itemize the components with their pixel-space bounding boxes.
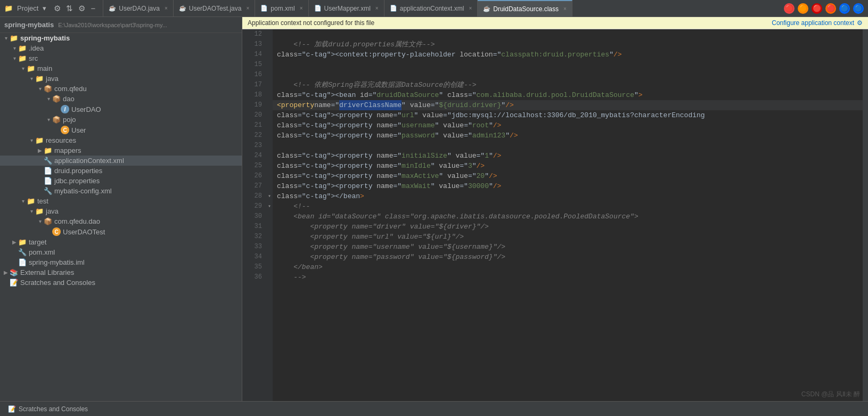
tab-close-button[interactable]: × (300, 5, 303, 11)
tree-item-com.qfedu.dao[interactable]: ▾📦com.qfedu.dao (0, 216, 242, 226)
tree-item-mappers[interactable]: ▶📁mappers (0, 145, 242, 156)
code-line: <bean id="dataSource" class="org.apache.… (273, 211, 863, 222)
tree-item-label: mybatis-config.xml (54, 187, 112, 195)
file-type-icon: 📄 (18, 258, 27, 266)
tab-druiddatasource-class[interactable]: ☕DruidDataSource.class× (478, 0, 572, 17)
tree-arrow: ▾ (2, 35, 10, 41)
tab-pom-xml[interactable]: 📄pom.xml× (255, 0, 308, 17)
tree-item-java[interactable]: ▾📁java (0, 206, 242, 216)
tab-file-icon: ☕ (179, 5, 186, 12)
tab-usermapper-xml[interactable]: 📄UserMapper.xml× (309, 0, 384, 17)
tab-close-button[interactable]: × (165, 5, 168, 11)
tree-item-main[interactable]: ▾📁main (0, 63, 242, 74)
tab-close-button[interactable]: × (375, 5, 379, 11)
line-number: 23 (242, 141, 262, 151)
line-number: 13 (242, 39, 262, 50)
settings-icon[interactable]: ⚙ (54, 4, 61, 13)
file-type-icon: 📁 (18, 238, 27, 246)
code-editor[interactable]: 1213141516171819202122232425262728293031… (242, 29, 868, 401)
browser-icons-bar: 🔴 🟠 🔴 🔴 🔵 🔵 (780, 0, 868, 17)
tree-item-userdaotest[interactable]: CUserDAOTest (0, 226, 242, 237)
code-line (273, 29, 863, 39)
project-header[interactable]: 📁 Project ▾ ⚙ ⇅ ⚙ − (0, 0, 103, 17)
tabs-container: ☕UserDAO.java×☕UserDAOTest.java×📄pom.xml… (103, 0, 780, 17)
scrollbar-minimap[interactable] (863, 29, 868, 401)
scratches-and-consoles[interactable]: 📝 Scratches and Consoles (5, 405, 91, 413)
tree-item-user[interactable]: CUser (0, 125, 242, 135)
line-number: 33 (242, 242, 262, 252)
edge-icon[interactable]: 🔵 (839, 3, 850, 14)
tab-appcontext-xml[interactable]: 📄applicationContext.xml× (384, 0, 478, 17)
tree-item-applicationcontext.xml[interactable]: 🔧applicationContext.xml (0, 156, 242, 166)
sidebar: spring-mybatis E:\Java2010\workspace\par… (0, 17, 242, 401)
tree-item-spring-mybatis[interactable]: ▾📁spring-mybatis (0, 33, 242, 43)
tree-item-label: pom.xml (29, 248, 55, 256)
code-line: class="c-tag"><property name="url" value… (273, 110, 863, 120)
ie-icon[interactable]: 🔵 (853, 3, 864, 14)
tree-item-label: target (29, 238, 46, 246)
file-type-icon: 📄 (44, 167, 52, 175)
opera2-icon[interactable]: 🔴 (825, 3, 836, 14)
tree-arrow: ▾ (45, 117, 52, 123)
opera-icon[interactable]: 🔴 (812, 3, 822, 14)
tree-item-external-libraries[interactable]: ▶📚External Libraries (0, 267, 242, 278)
tree-item-dao[interactable]: ▾📦dao (0, 94, 242, 104)
fold-marker (266, 80, 273, 90)
tab-userdao-java[interactable]: ☕UserDAO.java× (103, 0, 174, 17)
gear-icon[interactable]: ⚙ (78, 4, 85, 13)
tree-item-.idea[interactable]: ▾📁.idea (0, 43, 242, 53)
code-line: class="c-tag"><property name="username" … (273, 120, 863, 130)
sidebar-project-path: E:\Java2010\workspace\part3\spring-my... (58, 22, 167, 28)
firefox-icon[interactable]: 🟠 (798, 3, 808, 14)
tree-item-scratches-and-consoles[interactable]: 📝Scratches and Consoles (0, 278, 242, 288)
watermark: CSDN @品 风Ⅱ未 醉 (801, 390, 860, 399)
tree-item-label: UserDAOTest (63, 228, 105, 236)
tree-arrow: ▾ (19, 66, 27, 71)
tree-item-userdao[interactable]: IUserDAO (0, 104, 242, 115)
code-line (273, 60, 863, 70)
fold-marker (266, 130, 273, 141)
tree-arrow: ▾ (11, 45, 18, 51)
tab-toolbar: ⚙ ⇅ ⚙ − (51, 4, 99, 13)
minimize-icon[interactable]: − (91, 4, 95, 13)
tree-item-pom.xml[interactable]: 🔧pom.xml (0, 247, 242, 257)
sidebar-header: spring-mybatis E:\Java2010\workspace\par… (0, 17, 242, 33)
tab-close-button[interactable]: × (563, 6, 567, 12)
tree-item-druid.properties[interactable]: 📄druid.properties (0, 166, 242, 176)
tree-arrow: ▾ (36, 86, 44, 92)
code-line: --> (273, 272, 863, 282)
file-type-icon: 🔧 (44, 157, 52, 165)
tab-label: UserDAO.java (119, 5, 160, 12)
tree-item-target[interactable]: ▶📁target (0, 237, 242, 247)
tree-item-java[interactable]: ▾📁java (0, 74, 242, 84)
tree-item-label: java (46, 75, 59, 83)
line-number: 36 (242, 272, 262, 282)
tab-close-button[interactable]: × (469, 5, 472, 11)
configure-link-label: Configure application context (772, 19, 854, 27)
tree-item-src[interactable]: ▾📁src (0, 53, 242, 63)
tree-item-spring-mybatis.iml[interactable]: 📄spring-mybatis.iml (0, 257, 242, 267)
tree-item-pojo[interactable]: ▾📦pojo (0, 115, 242, 125)
code-content[interactable]: <!-- 加载druid.properties属性文件--> class="c-… (273, 29, 863, 401)
code-line: class="c-tag"><property name="initialSiz… (273, 151, 863, 161)
class-icon: C (61, 126, 69, 134)
fold-marker (266, 272, 273, 282)
tree-item-test[interactable]: ▾📁test (0, 196, 242, 206)
tab-file-icon: 📄 (260, 5, 268, 12)
layout-icon[interactable]: ⇅ (66, 4, 73, 13)
tab-userdaotest-java[interactable]: ☕UserDAOTest.java× (174, 0, 256, 17)
fold-marker: ▾ (266, 191, 273, 201)
tree-item-mybatis-config.xml[interactable]: 🔧mybatis-config.xml (0, 186, 242, 196)
tree-item-jdbc.properties[interactable]: 📄jdbc.properties (0, 176, 242, 186)
tree-item-label: UserDAO (71, 105, 101, 113)
tab-file-icon: ☕ (109, 5, 116, 12)
tree-item-resources[interactable]: ▾📁resources (0, 135, 242, 145)
configure-link[interactable]: Configure application context ⚙ (772, 19, 863, 27)
file-type-icon: 📦 (44, 217, 52, 225)
chrome-icon[interactable]: 🔴 (784, 3, 795, 14)
fold-marker (266, 262, 273, 272)
tree-item-com.qfedu[interactable]: ▾📦com.qfedu (0, 84, 242, 94)
tab-close-button[interactable]: × (246, 5, 249, 11)
code-line: class="c-tag"><property name="minIdle" v… (273, 161, 863, 171)
line-number: 15 (242, 60, 262, 70)
